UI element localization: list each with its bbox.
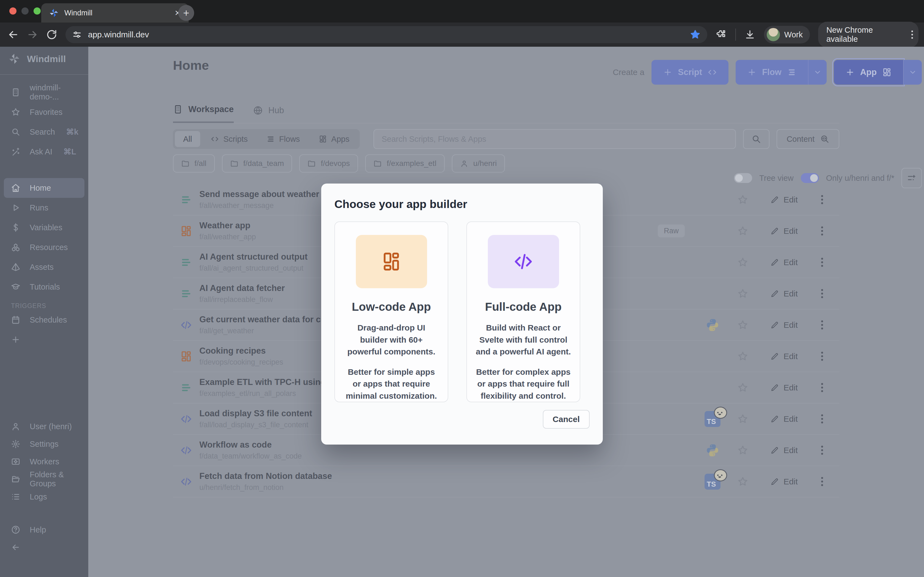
low-code-p2: Better for simple apps or apps that requ… (335, 366, 448, 402)
favorite-star-button[interactable] (728, 257, 758, 268)
sidebar-item-logs[interactable]: Logs (4, 488, 84, 506)
low-code-app-card[interactable]: Low-code App Drag-and-drop UI builder wi… (334, 221, 448, 402)
runs-label: Runs (30, 203, 48, 213)
full-code-p1: Build with React or Svelte with full con… (467, 322, 580, 358)
sidebar-item-resources[interactable]: Resources (4, 237, 84, 257)
edit-button[interactable]: Edit (758, 414, 810, 424)
sidebar-item-runs[interactable]: Runs (4, 198, 84, 218)
sidebar-item-home[interactable]: Home (4, 178, 84, 198)
edit-button[interactable]: Edit (758, 383, 810, 392)
row-menu-button[interactable] (810, 383, 834, 392)
row-menu-button[interactable] (810, 258, 834, 267)
filter-settings-button[interactable] (901, 168, 922, 188)
edit-button[interactable]: Edit (758, 195, 810, 205)
chip-label: f/data_team (243, 159, 284, 168)
edit-button[interactable]: Edit (758, 477, 810, 486)
extensions-icon[interactable] (716, 29, 727, 40)
favorite-star-button[interactable] (728, 194, 758, 205)
edit-button[interactable]: Edit (758, 321, 810, 330)
content-search-button[interactable]: Content (777, 129, 839, 149)
back-icon[interactable] (7, 29, 19, 41)
search-button[interactable] (743, 129, 769, 149)
browser-tab[interactable]: Windmill ✕ (41, 3, 189, 23)
list-item[interactable]: Fetch data from Notion databaseu/henri/f… (173, 466, 839, 497)
bookmark-star-icon[interactable] (690, 29, 701, 40)
sidebar-item-assets[interactable]: Assets (4, 257, 84, 277)
download-icon[interactable] (744, 29, 756, 40)
favorite-star-button[interactable] (728, 414, 758, 424)
row-menu-button[interactable] (810, 289, 834, 298)
sidebar-item-workspace[interactable]: windmill-demo-... (4, 82, 84, 102)
chrome-update-button[interactable]: New Chrome available (818, 22, 919, 48)
row-menu-button[interactable] (810, 414, 834, 424)
sidebar-item-favorites[interactable]: Favorites (4, 102, 84, 122)
sidebar-item-ask-ai[interactable]: Ask AI ⌘L (4, 142, 84, 161)
sidebar-item-tutorials[interactable]: Tutorials (4, 277, 84, 297)
url-bar[interactable]: app.windmill.dev (65, 26, 707, 43)
filter-apps[interactable]: Apps (310, 131, 358, 147)
sidebar-item-user[interactable]: User (henri) (4, 417, 84, 435)
row-menu-button[interactable] (810, 195, 834, 204)
full-code-app-card[interactable]: Full-code App Build with React or Svelte… (467, 221, 580, 402)
app-grid-icon (381, 251, 402, 272)
favorite-star-button[interactable] (728, 445, 758, 456)
row-menu-button[interactable] (810, 352, 834, 361)
app-grid-icon (180, 225, 192, 237)
help-label: Help (30, 525, 46, 534)
chip-f-examples-etl[interactable]: f/examples_etl (365, 155, 445, 172)
traffic-zoom-button[interactable] (34, 7, 41, 15)
row-menu-button[interactable] (810, 446, 834, 455)
filter-all[interactable]: All (175, 131, 200, 147)
edit-button[interactable]: Edit (758, 226, 810, 236)
search-input[interactable]: Search Scripts, Flows & Apps (373, 129, 736, 149)
favorite-star-button[interactable] (728, 319, 758, 330)
chip-f-devops[interactable]: f/devops (299, 155, 358, 172)
cancel-button[interactable]: Cancel (543, 410, 590, 429)
folder-chips: f/all f/data_team f/devops f/examples_et… (173, 155, 505, 172)
edit-button[interactable]: Edit (758, 446, 810, 455)
chip-f-all[interactable]: f/all (173, 155, 215, 172)
tab-workspace[interactable]: Workspace (173, 105, 234, 123)
sidebar-item-folders-groups[interactable]: Folders & Groups (4, 471, 84, 488)
edit-button[interactable]: Edit (758, 289, 810, 298)
favorite-star-button[interactable] (728, 476, 758, 487)
profile-chip[interactable]: Work (764, 26, 810, 44)
sidebar-item-help[interactable]: Help (4, 521, 84, 538)
sidebar-item-variables[interactable]: Variables (4, 218, 84, 237)
favorite-star-button[interactable] (728, 382, 758, 393)
favorite-star-button[interactable] (728, 226, 758, 237)
traffic-close-button[interactable] (9, 7, 16, 15)
tab-hub[interactable]: Hub (253, 105, 284, 123)
chip-u-henri[interactable]: u/henri (452, 155, 505, 172)
filter-scripts[interactable]: Scripts (202, 131, 256, 147)
windmill-brand[interactable]: Windmill (8, 53, 66, 65)
create-script-button[interactable]: Script (651, 60, 729, 85)
forward-icon[interactable] (26, 29, 39, 41)
create-flow-button[interactable]: Flow (736, 60, 808, 85)
tree-view-toggle[interactable] (734, 173, 752, 183)
row-menu-button[interactable] (810, 477, 834, 486)
create-app-dropdown-button[interactable] (903, 60, 922, 85)
sidebar-item-workers[interactable]: Workers (4, 453, 84, 471)
sidebar-add-trigger-button[interactable] (4, 330, 84, 350)
sidebar-collapse-button[interactable] (4, 538, 84, 556)
edit-button[interactable]: Edit (758, 352, 810, 361)
new-tab-button[interactable]: + (178, 5, 194, 21)
traffic-minimize-button[interactable] (21, 7, 29, 15)
create-app-button[interactable]: App (834, 60, 903, 85)
row-menu-button[interactable] (810, 226, 834, 235)
row-menu-button[interactable] (810, 321, 834, 329)
edit-button[interactable]: Edit (758, 258, 810, 267)
chip-f-data-team[interactable]: f/data_team (222, 155, 292, 172)
filter-flows[interactable]: Flows (258, 131, 308, 147)
site-settings-icon[interactable] (72, 30, 82, 40)
favorite-star-button[interactable] (728, 288, 758, 299)
chrome-menu-icon[interactable] (911, 31, 913, 39)
sidebar-item-search[interactable]: Search ⌘k (4, 122, 84, 142)
sidebar-item-schedules[interactable]: Schedules (4, 310, 84, 330)
reload-icon[interactable] (46, 29, 58, 41)
only-filter-toggle[interactable] (801, 173, 819, 183)
create-flow-dropdown-button[interactable] (808, 60, 827, 85)
favorite-star-button[interactable] (728, 351, 758, 362)
sidebar-item-settings[interactable]: Settings (4, 435, 84, 453)
